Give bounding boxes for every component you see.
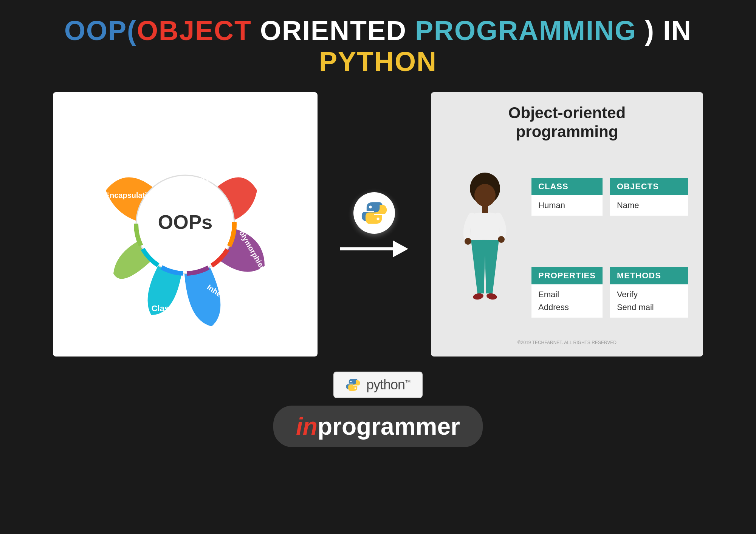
python-logo-icon: [361, 199, 388, 227]
svg-point-28: [355, 387, 356, 389]
title-programming: PROGRAMMING: [415, 15, 637, 46]
properties-header: PROPERTIES: [531, 267, 603, 284]
svg-point-21: [486, 293, 497, 301]
svg-point-17: [474, 184, 496, 207]
properties-email: Email: [538, 288, 596, 301]
title-in: ) IN: [637, 15, 692, 46]
arrow-connector: [340, 192, 408, 256]
class-card: CLASS Human: [531, 178, 603, 216]
copyright-text: ©2019 TECHFARNET. ALL RIGHTS RESERVED: [446, 340, 688, 345]
objects-value: Name: [617, 199, 681, 212]
title-line1: OOP(OBJECT ORIENTED PROGRAMMING ) IN: [8, 15, 748, 46]
class-value: Human: [538, 199, 596, 212]
properties-card: PROPERTIES Email Address: [531, 267, 603, 318]
svg-text:Object: Object: [116, 285, 142, 294]
methods-sendmail: Send mail: [617, 301, 681, 314]
right-arrow: [340, 241, 408, 256]
left-panel: OOPs Encapsulation Abstraction Polymorph…: [53, 92, 318, 357]
inprogrammer-badge: in programmer: [273, 406, 483, 447]
properties-address: Address: [538, 301, 596, 314]
methods-header: METHODS: [610, 267, 688, 284]
python-badge-icon: [345, 377, 361, 392]
methods-verify: Verify: [617, 288, 681, 301]
title-section: OOP(OBJECT ORIENTED PROGRAMMING ) IN PYT…: [0, 0, 756, 88]
objects-card: OBJECTS Name: [610, 178, 688, 216]
svg-point-20: [472, 293, 484, 301]
title-python: PYTHON: [8, 46, 748, 77]
methods-card: METHODS Verify Send mail: [610, 267, 688, 318]
python-badge-text: python™: [366, 377, 411, 393]
svg-text:Class: Class: [152, 304, 174, 313]
svg-point-14: [369, 206, 372, 208]
svg-text:OOPs: OOPs: [158, 211, 213, 233]
svg-point-18: [465, 238, 471, 245]
objects-body: Name: [610, 195, 688, 216]
svg-text:Encapsulation: Encapsulation: [105, 191, 156, 199]
class-header: CLASS: [531, 178, 603, 195]
svg-point-15: [376, 218, 379, 220]
right-panel: Object-oriented programming CLASS Human: [431, 92, 703, 357]
title-oriented: ORIENTED: [252, 15, 415, 46]
python-logo-circle: [353, 192, 395, 234]
svg-rect-22: [482, 205, 488, 213]
oops-diagram: OOPs Encapsulation Abstraction Polymorph…: [72, 107, 299, 341]
title-object: OBJECT: [137, 15, 252, 46]
svg-point-19: [498, 236, 505, 243]
person-figure: [446, 173, 524, 316]
properties-body: Email Address: [531, 284, 603, 318]
bottom-section: python™ in programmer: [0, 372, 756, 447]
svg-point-27: [350, 381, 352, 382]
class-body: Human: [531, 195, 603, 216]
methods-body: Verify Send mail: [610, 284, 688, 318]
python-badge: python™: [333, 372, 423, 398]
oop-grid: CLASS Human: [446, 153, 688, 336]
oop-panel-title: Object-oriented programming: [446, 103, 688, 142]
oops-svg: OOPs Encapsulation Abstraction Polymorph…: [76, 115, 295, 334]
programmer-text: programmer: [318, 412, 460, 440]
main-content: OOPs Encapsulation Abstraction Polymorph…: [0, 92, 756, 357]
in-text: in: [296, 412, 318, 440]
person-svg: [457, 173, 513, 316]
objects-header: OBJECTS: [610, 178, 688, 195]
title-oop: OOP(: [64, 15, 137, 46]
